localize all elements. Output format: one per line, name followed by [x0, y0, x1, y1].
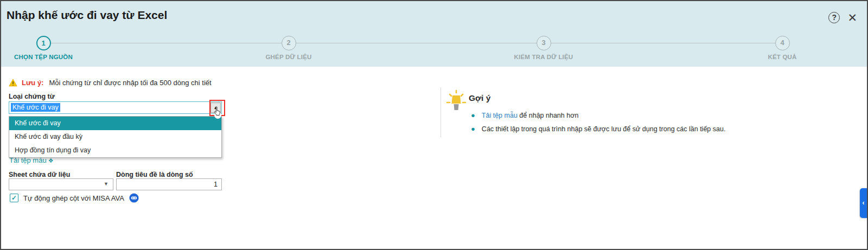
auto-map-row: ✓ Tự động ghép cột với MISA AVA [10, 193, 139, 203]
header-row-input[interactable]: 1 [116, 178, 222, 190]
import-loan-from-excel-dialog: Nhập khế ước đi vay từ Excel ? ✕ 1 CHỌN … [0, 0, 868, 250]
misa-ava-robot-icon [129, 193, 139, 203]
step-3-label: KIỂM TRA DỮ LIỆU [489, 54, 598, 60]
doc-type-label: Loại chứng từ [9, 93, 55, 100]
auto-map-label: Tự động ghép cột với MISA AVA [23, 194, 124, 202]
step-3-circle: 3 [537, 36, 551, 50]
stepper-step-3: 3 KIỂM TRA DỮ LIỆU [489, 36, 598, 60]
hint-divider [441, 87, 441, 137]
hint-template-link[interactable]: Tải tệp mẫu [482, 112, 518, 119]
step-1-label: CHỌN TỆP NGUỒN [0, 54, 98, 60]
lightbulb-icon [445, 88, 468, 113]
hint-item-1: ●Tải tệp mẫu để nhập nhanh hơn [471, 111, 578, 119]
step-2-circle: 2 [282, 36, 296, 50]
dialog-body: Lưu ý: Mỗi chứng từ chỉ được nhập tối đa… [1, 67, 867, 250]
chevron-up-icon: ▲ [211, 103, 220, 112]
doc-type-dropdown-list: Khế ước đi vay Khế ước đi vay đầu kỳ Hợp… [9, 116, 222, 158]
bullet-icon: ● [471, 125, 475, 133]
header-row-label: Dòng tiêu đề là dòng số [116, 171, 193, 178]
collapse-panel-tab[interactable]: ‹ [860, 188, 867, 218]
sheet-select[interactable]: ▼ [9, 178, 113, 190]
hint-item-2: ●Các thiết lập trong quá trình nhập sẽ đ… [471, 125, 725, 133]
step-1-circle: 1 [36, 36, 51, 50]
sheet-label: Sheet chứa dữ liệu [9, 171, 70, 178]
stepper-step-1: 1 CHỌN TỆP NGUỒN [0, 36, 98, 60]
doc-type-combobox[interactable]: Khế ước đi vay ▲ [9, 101, 222, 114]
stepper-step-2: 2 GHÉP DỮ LIỆU [234, 36, 343, 60]
stepper-step-4: 4 KẾT QUẢ [728, 36, 837, 60]
auto-map-checkbox[interactable]: ✓ [10, 194, 18, 202]
template-diamond-icon: ❖ [48, 157, 54, 164]
warning-triangle-icon [9, 79, 17, 87]
chevron-down-icon: ▼ [104, 181, 108, 187]
help-icon[interactable]: ? [828, 12, 840, 23]
warning-prefix: Lưu ý: [22, 79, 43, 87]
dropdown-option-2[interactable]: Khế ước đi vay đầu kỳ [9, 130, 221, 144]
step-4-circle: 4 [775, 36, 790, 50]
page-title: Nhập khế ước đi vay từ Excel [7, 9, 167, 22]
bullet-icon: ● [471, 111, 475, 119]
hint-title: Gợi ý [469, 93, 490, 103]
step-2-label: GHÉP DỮ LIỆU [234, 54, 343, 60]
doc-type-selected-text: Khế ước đi vay [11, 103, 60, 112]
stepper-connector-line [43, 43, 782, 43]
dropdown-option-3[interactable]: Hợp đồng tín dụng đi vay [9, 144, 221, 157]
doc-type-dropdown-button[interactable]: ▲ [210, 102, 221, 113]
step-4-label: KẾT QUẢ [728, 54, 837, 60]
warning-text: Mỗi chứng từ chỉ được nhập tối đa 500 dò… [49, 79, 211, 87]
dropdown-option-1[interactable]: Khế ước đi vay [9, 117, 221, 130]
warning-note: Lưu ý: Mỗi chứng từ chỉ được nhập tối đa… [9, 79, 212, 87]
dialog-header: Nhập khế ước đi vay từ Excel ? ✕ 1 CHỌN … [1, 1, 867, 67]
close-icon[interactable]: ✕ [847, 12, 857, 23]
